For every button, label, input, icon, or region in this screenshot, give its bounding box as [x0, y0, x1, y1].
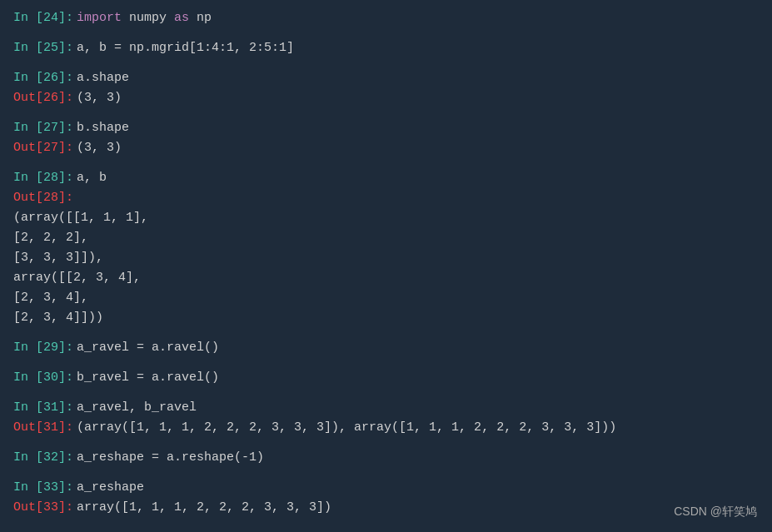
- out-label-27: Out[27]:: [13, 138, 73, 158]
- out-text-26: (3, 3): [77, 88, 122, 108]
- in-line-31: In [31]: a_ravel, b_ravel: [13, 398, 759, 418]
- in-line-32: In [32]: a_reshape = a.reshape(-1): [13, 448, 759, 468]
- out-text-28-4: [2, 3, 4],: [13, 288, 759, 308]
- out-text-33: array([1, 1, 1, 2, 2, 2, 3, 3, 3]): [77, 498, 331, 518]
- in-label-25: In [25]:: [13, 38, 73, 58]
- out-label-33: Out[33]:: [13, 498, 73, 518]
- out-text-31: (array([1, 1, 1, 2, 2, 2, 3, 3, 3]), arr…: [77, 418, 616, 438]
- out-text-28-2: [3, 3, 3]]),: [13, 248, 759, 268]
- out-label-31: Out[31]:: [13, 418, 73, 438]
- out-label-line-28: Out[28]:: [13, 188, 759, 208]
- in-label-32: In [32]:: [13, 448, 73, 468]
- in-label-26: In [26]:: [13, 68, 73, 88]
- cell-29: In [29]: a_ravel = a.ravel(): [13, 338, 759, 358]
- in-label-29: In [29]:: [13, 338, 73, 358]
- out-label-line-33: Out[33]: array([1, 1, 1, 2, 2, 2, 3, 3, …: [13, 498, 759, 518]
- in-code-28: a, b: [77, 168, 107, 188]
- in-line-27: In [27]: b.shape: [13, 118, 759, 138]
- in-code-27: b.shape: [77, 118, 129, 138]
- in-line-33: In [33]: a_reshape: [13, 478, 759, 498]
- out-label-26: Out[26]:: [13, 88, 73, 108]
- notebook: In [24]: import numpy as npIn [25]: a, b…: [13, 8, 759, 528]
- cell-26: In [26]: a.shapeOut[26]: (3, 3): [13, 68, 759, 108]
- in-label-30: In [30]:: [13, 368, 73, 388]
- cell-24: In [24]: import numpy as np: [13, 8, 759, 28]
- cell-27: In [27]: b.shapeOut[27]: (3, 3): [13, 118, 759, 158]
- in-line-24: In [24]: import numpy as np: [13, 8, 759, 28]
- in-code-29: a_ravel = a.ravel(): [77, 338, 219, 358]
- out-label-line-26: Out[26]: (3, 3): [13, 88, 759, 108]
- in-label-28: In [28]:: [13, 168, 73, 188]
- in-label-27: In [27]:: [13, 118, 73, 138]
- in-label-31: In [31]:: [13, 398, 73, 418]
- in-code-26: a.shape: [77, 68, 129, 88]
- out-text-27: (3, 3): [77, 138, 122, 158]
- out-label-28: Out[28]:: [13, 188, 73, 208]
- in-line-28: In [28]: a, b: [13, 168, 759, 188]
- cell-33: In [33]: a_reshapeOut[33]: array([1, 1, …: [13, 478, 759, 518]
- in-code-24: import numpy as np: [77, 8, 212, 28]
- in-code-25: a, b = np.mgrid[1:4:1, 2:5:1]: [77, 38, 294, 58]
- cell-25: In [25]: a, b = np.mgrid[1:4:1, 2:5:1]: [13, 38, 759, 58]
- cell-32: In [32]: a_reshape = a.reshape(-1): [13, 448, 759, 468]
- in-code-30: b_ravel = a.ravel(): [77, 368, 219, 388]
- watermark: CSDN @轩笑鸠: [674, 502, 757, 520]
- out-text-28-5: [2, 3, 4]])): [13, 308, 759, 328]
- in-code-33: a_reshape: [77, 478, 144, 498]
- in-label-33: In [33]:: [13, 478, 73, 498]
- cell-30: In [30]: b_ravel = a.ravel(): [13, 368, 759, 388]
- out-label-line-27: Out[27]: (3, 3): [13, 138, 759, 158]
- out-label-line-31: Out[31]: (array([1, 1, 1, 2, 2, 2, 3, 3,…: [13, 418, 759, 438]
- in-line-26: In [26]: a.shape: [13, 68, 759, 88]
- in-label-24: In [24]:: [13, 8, 73, 28]
- out-text-28-0: (array([[1, 1, 1],: [13, 208, 759, 228]
- out-text-28-3: array([[2, 3, 4],: [13, 268, 759, 288]
- in-code-31: a_ravel, b_ravel: [77, 398, 197, 418]
- in-line-25: In [25]: a, b = np.mgrid[1:4:1, 2:5:1]: [13, 38, 759, 58]
- cell-28: In [28]: a, bOut[28]:(array([[1, 1, 1], …: [13, 168, 759, 328]
- out-text-28-1: [2, 2, 2],: [13, 228, 759, 248]
- in-code-32: a_reshape = a.reshape(-1): [77, 448, 264, 468]
- in-line-30: In [30]: b_ravel = a.ravel(): [13, 368, 759, 388]
- in-line-29: In [29]: a_ravel = a.ravel(): [13, 338, 759, 358]
- cell-31: In [31]: a_ravel, b_ravelOut[31]: (array…: [13, 398, 759, 438]
